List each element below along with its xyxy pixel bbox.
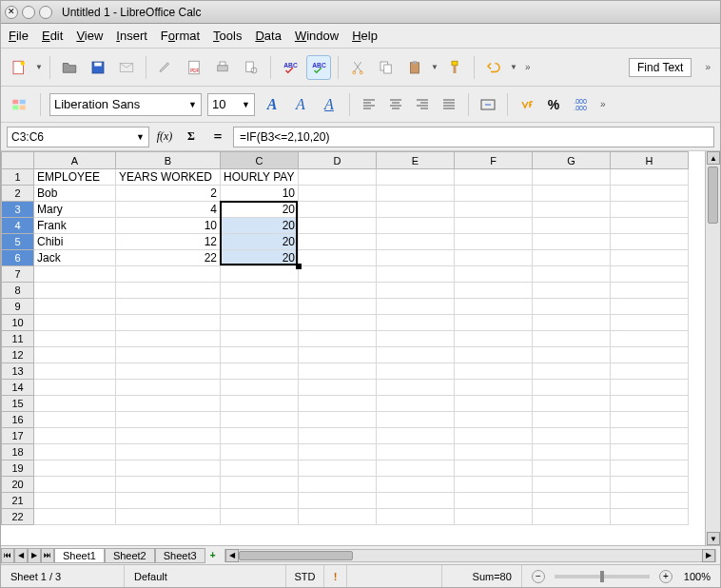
- cell-F12[interactable]: [455, 347, 533, 363]
- cell-H14[interactable]: [611, 380, 689, 396]
- cell-A20[interactable]: [34, 477, 116, 493]
- cell-C22[interactable]: [221, 509, 299, 525]
- autospell-icon[interactable]: ABC: [306, 55, 331, 80]
- cell-C20[interactable]: [221, 477, 299, 493]
- cell-D4[interactable]: [299, 218, 377, 234]
- cell-D22[interactable]: [299, 509, 377, 525]
- cell-E7[interactable]: [377, 266, 455, 283]
- cell-H22[interactable]: [611, 509, 689, 525]
- cell-B22[interactable]: [116, 509, 221, 525]
- copy-icon[interactable]: [374, 55, 399, 80]
- cell-A1[interactable]: EMPLOYEE: [34, 169, 116, 186]
- row-header-17[interactable]: 17: [2, 428, 34, 444]
- currency-icon[interactable]: [516, 94, 537, 115]
- cell-G21[interactable]: [533, 493, 611, 509]
- undo-dropdown[interactable]: ▼: [510, 63, 517, 71]
- cell-G16[interactable]: [533, 412, 611, 428]
- align-left-icon[interactable]: [359, 94, 380, 115]
- edit-icon[interactable]: [153, 55, 178, 80]
- menu-file[interactable]: File: [9, 29, 29, 43]
- pdf-icon[interactable]: PDF: [182, 55, 206, 80]
- cell-F2[interactable]: [455, 186, 533, 202]
- cell-G10[interactable]: [533, 315, 611, 331]
- cell-C1[interactable]: HOURLY PAY: [221, 169, 299, 186]
- row-header-10[interactable]: 10: [2, 315, 34, 331]
- cell-A6[interactable]: Jack: [34, 250, 116, 266]
- cell-G15[interactable]: [533, 396, 611, 412]
- row-header-4[interactable]: 4: [2, 218, 34, 234]
- cell-C6[interactable]: 20: [221, 250, 299, 266]
- cell-F9[interactable]: [455, 299, 533, 315]
- cell-F22[interactable]: [455, 509, 533, 525]
- tab-first-icon[interactable]: ⏮: [1, 548, 14, 563]
- cell-H7[interactable]: [611, 266, 689, 283]
- row-header-18[interactable]: 18: [2, 444, 34, 461]
- menu-edit[interactable]: Edit: [42, 29, 63, 43]
- cell-E12[interactable]: [377, 347, 455, 363]
- row-header-20[interactable]: 20: [2, 477, 34, 493]
- cell-G11[interactable]: [533, 331, 611, 347]
- cell-H3[interactable]: [611, 202, 689, 218]
- cell-C15[interactable]: [221, 396, 299, 412]
- cell-F14[interactable]: [455, 380, 533, 396]
- cell-D20[interactable]: [299, 477, 377, 493]
- cell-H21[interactable]: [611, 493, 689, 509]
- cell-C12[interactable]: [221, 347, 299, 363]
- row-header-12[interactable]: 12: [2, 347, 34, 363]
- cell-H15[interactable]: [611, 396, 689, 412]
- status-mode[interactable]: STD: [286, 565, 324, 587]
- row-header-9[interactable]: 9: [2, 299, 34, 315]
- cell-A5[interactable]: Chibi: [34, 234, 116, 250]
- cell-C21[interactable]: [221, 493, 299, 509]
- menu-window[interactable]: Window: [295, 29, 339, 43]
- cell-A2[interactable]: Bob: [34, 186, 116, 202]
- cell-D12[interactable]: [299, 347, 377, 363]
- cell-H18[interactable]: [611, 444, 689, 461]
- cell-B8[interactable]: [116, 283, 221, 299]
- cell-C13[interactable]: [221, 363, 299, 380]
- cell-C16[interactable]: [221, 412, 299, 428]
- cell-C5[interactable]: 20: [221, 234, 299, 250]
- cell-F17[interactable]: [455, 428, 533, 444]
- cell-B2[interactable]: 2: [116, 186, 221, 202]
- cell-G12[interactable]: [533, 347, 611, 363]
- scroll-up-icon[interactable]: ▲: [707, 151, 720, 165]
- cell-E20[interactable]: [377, 477, 455, 493]
- cell-H9[interactable]: [611, 299, 689, 315]
- cell-F18[interactable]: [455, 444, 533, 461]
- cell-E9[interactable]: [377, 299, 455, 315]
- font-name-select[interactable]: Liberation Sans▼: [49, 93, 202, 116]
- underline-button[interactable]: A: [318, 93, 341, 116]
- cell-E21[interactable]: [377, 493, 455, 509]
- equals-icon[interactable]: =: [206, 127, 229, 147]
- cell-G1[interactable]: [533, 169, 611, 186]
- spellcheck-icon[interactable]: ABC: [278, 55, 302, 80]
- row-header-6[interactable]: 6: [2, 250, 34, 266]
- cell-E22[interactable]: [377, 509, 455, 525]
- cell-C4[interactable]: 20: [221, 218, 299, 234]
- scroll-left-icon[interactable]: ◀: [225, 549, 239, 562]
- cell-C14[interactable]: [221, 380, 299, 396]
- cell-A14[interactable]: [34, 380, 116, 396]
- cell-A9[interactable]: [34, 299, 116, 315]
- menu-insert[interactable]: Insert: [116, 29, 147, 43]
- cell-C3[interactable]: 20: [221, 202, 299, 218]
- cell-A12[interactable]: [34, 347, 116, 363]
- scroll-down-icon[interactable]: ▼: [707, 532, 720, 545]
- row-header-19[interactable]: 19: [2, 461, 34, 477]
- percent-icon[interactable]: %: [543, 94, 564, 115]
- email-icon[interactable]: [114, 55, 139, 80]
- scroll-right-icon[interactable]: ▶: [702, 549, 715, 562]
- cell-F7[interactable]: [455, 266, 533, 283]
- cell-D17[interactable]: [299, 428, 377, 444]
- cell-E8[interactable]: [377, 283, 455, 299]
- cell-D3[interactable]: [299, 202, 377, 218]
- cell-E18[interactable]: [377, 444, 455, 461]
- cell-E16[interactable]: [377, 412, 455, 428]
- cell-D5[interactable]: [299, 234, 377, 250]
- cell-H8[interactable]: [611, 283, 689, 299]
- cell-D14[interactable]: [299, 380, 377, 396]
- cell-B17[interactable]: [116, 428, 221, 444]
- sheet-tab-1[interactable]: Sheet1: [54, 548, 105, 563]
- paste-dropdown[interactable]: ▼: [431, 63, 438, 71]
